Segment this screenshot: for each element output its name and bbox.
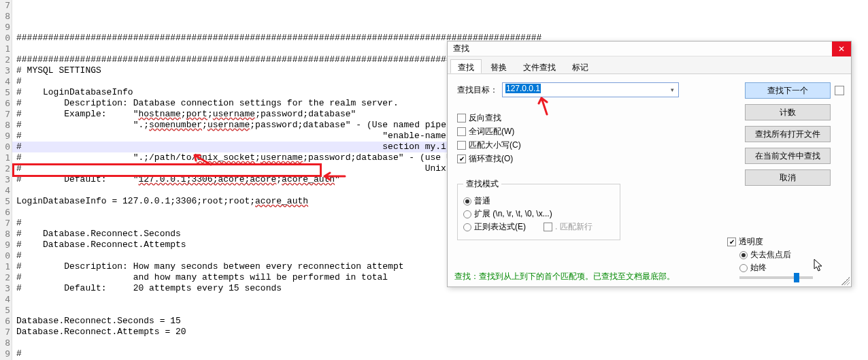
line-number: 4 (0, 185, 10, 196)
radio-icon (739, 264, 748, 272)
line-number: 9 (0, 22, 10, 33)
radio-icon (463, 210, 471, 218)
checkbox-checked-icon: ✔ (727, 238, 736, 246)
search-mode-fieldset: 查找模式 普通 扩展 (\n, \r, \t, \0, \x...) 正则表达式… (457, 178, 620, 240)
tab-mark[interactable]: 标记 (565, 59, 596, 73)
find-status-text: 查找：查找到从上到下的首个匹配项。已查找至文档最底部。 (454, 271, 675, 282)
mode-regex-label: 正则表达式(E) (474, 221, 526, 233)
line-number: 3 (0, 283, 10, 294)
transparency-slider[interactable] (739, 276, 813, 279)
search-input-text: 127.0.0.1 (505, 84, 541, 93)
radio-checked-icon (739, 251, 748, 259)
find-in-current-button[interactable]: 在当前文件中查找 (745, 148, 831, 164)
checkbox-icon (457, 141, 466, 150)
checkbox-checked-icon: ✔ (457, 154, 466, 163)
annotation-arrow-icon (537, 95, 554, 116)
trans-always-row[interactable]: 始终 (739, 262, 843, 274)
line-number: 5 (0, 305, 10, 316)
line-number: 1 (0, 261, 10, 272)
line-number: 5 (0, 196, 10, 207)
slider-thumb[interactable] (794, 273, 799, 282)
search-label: 查找目标： (457, 84, 498, 96)
line-number: 8 (0, 229, 10, 240)
trans-always-label: 始终 (750, 262, 767, 274)
line-number: 8 (0, 120, 10, 131)
whole-word-label: 全词匹配(W) (469, 126, 514, 137)
find-next-checkbox[interactable] (835, 86, 844, 95)
mode-regex-row[interactable]: 正则表达式(E) . 匹配新行 (463, 221, 614, 233)
annotation-red-box (12, 163, 322, 177)
code-line[interactable]: Database.Reconnect.Seconds = 15 (16, 316, 547, 327)
trans-lose-focus-row[interactable]: 失去焦点后 (739, 249, 843, 261)
close-button[interactable]: ✕ (832, 42, 851, 56)
match-newline-label: . 匹配新行 (555, 221, 592, 233)
backward-label: 反向查找 (469, 112, 501, 124)
line-number: 8 (0, 338, 10, 348)
line-number: 0 (0, 33, 10, 44)
code-line[interactable]: # (16, 348, 547, 359)
radio-checked-icon (463, 197, 471, 206)
find-next-button[interactable]: 查找下一个 (745, 82, 831, 99)
checkbox-disabled-icon (544, 223, 552, 231)
radio-icon (463, 223, 471, 231)
line-number: 3 (0, 174, 10, 185)
dialog-tabs: 查找 替换 文件查找 标记 (448, 56, 851, 74)
close-icon: ✕ (838, 44, 845, 54)
dialog-titlebar[interactable]: 查找 ✕ (448, 42, 851, 56)
line-number: 9 (0, 240, 10, 250)
line-number: 7 (0, 0, 10, 11)
checkbox-icon (457, 114, 466, 122)
line-number: 6 (0, 207, 10, 218)
search-mode-legend: 查找模式 (463, 178, 501, 190)
dropdown-icon[interactable]: ▾ (667, 84, 678, 96)
line-number: 4 (0, 76, 10, 87)
line-number: 5 (0, 87, 10, 98)
mode-normal-label: 普通 (474, 195, 490, 207)
cancel-button[interactable]: 取消 (745, 169, 831, 186)
transparency-label: 透明度 (739, 236, 763, 248)
mode-extended-row[interactable]: 扩展 (\n, \r, \t, \0, \x...) (463, 208, 614, 220)
line-number: 6 (0, 316, 10, 327)
annotation-arrow-icon (190, 152, 214, 167)
annotation-arrow-icon (322, 171, 346, 181)
find-dialog: 查找 ✕ 查找 替换 文件查找 标记 查找目标： 127.0.0.1 ▾ 查找下… (447, 41, 852, 287)
line-number: 1 (0, 44, 10, 54)
line-number: 9 (0, 348, 10, 359)
code-line[interactable] (16, 294, 547, 305)
find-all-open-button[interactable]: 查找所有打开文件 (745, 126, 831, 142)
line-number: 0 (0, 250, 10, 261)
wrap-label: 循环查找(O) (469, 153, 513, 165)
mode-extended-label: 扩展 (\n, \r, \t, \0, \x...) (474, 208, 552, 220)
trans-lose-focus-label: 失去焦点后 (750, 249, 791, 261)
line-number: 7 (0, 327, 10, 338)
code-line[interactable] (16, 305, 547, 316)
line-number: 2 (0, 163, 10, 174)
tab-find-in-files[interactable]: 文件查找 (516, 59, 563, 73)
line-number: 4 (0, 294, 10, 305)
code-line[interactable] (16, 338, 547, 348)
code-line[interactable]: Database.Reconnect.Attempts = 20 (16, 327, 547, 338)
checkbox-icon (457, 127, 466, 136)
search-input[interactable]: 127.0.0.1 ▾ (502, 82, 679, 97)
transparency-group: ✔ 透明度 失去焦点后 始终 (727, 236, 843, 279)
line-number: 7 (0, 218, 10, 229)
tab-find[interactable]: 查找 (450, 59, 482, 73)
dialog-buttons-col: 查找下一个 计数 查找所有打开文件 在当前文件中查找 取消 (745, 82, 844, 186)
mode-normal-row[interactable]: 普通 (463, 195, 614, 207)
line-number-gutter: 7890123456789012345678901234567890 (0, 0, 12, 360)
line-number: 2 (0, 54, 10, 65)
tab-replace[interactable]: 替换 (483, 59, 514, 73)
line-number: 7 (0, 109, 10, 120)
line-number: 0 (0, 142, 10, 152)
line-number: 3 (0, 65, 10, 76)
resize-grip-icon[interactable] (841, 277, 850, 285)
line-number: 2 (0, 272, 10, 283)
dialog-body: 查找目标： 127.0.0.1 ▾ 查找下一个 计数 查找所有打开文件 在当前文… (448, 74, 851, 246)
line-number: 6 (0, 98, 10, 109)
line-number: 9 (0, 131, 10, 142)
count-button[interactable]: 计数 (745, 104, 831, 120)
line-number: 8 (0, 11, 10, 22)
transparency-check-row[interactable]: ✔ 透明度 (727, 236, 843, 248)
line-number: 1 (0, 152, 10, 163)
mouse-cursor-icon (814, 259, 823, 272)
